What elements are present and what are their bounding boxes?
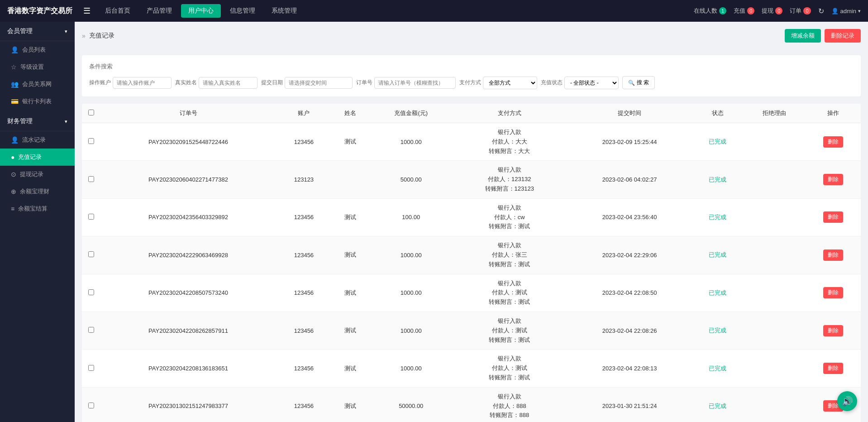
payment-type: 银行入款 (456, 128, 563, 137)
row-action: 删除 (806, 161, 861, 198)
online-count-item: 在线人数 1 (694, 7, 726, 15)
sidebar-item-level-setting[interactable]: ☆ 等级设置 (0, 58, 75, 76)
row-checkbox[interactable] (88, 138, 94, 144)
row-checkbox[interactable] (88, 289, 94, 295)
order-no-label: 订单号 (356, 79, 372, 86)
recharge-table: 订单号 账户 姓名 充值金额(元) 支付方式 提交时间 状态 拒绝理由 操作 P… (82, 104, 861, 422)
remark-info: 转账附言：测试 (456, 222, 563, 231)
row-status: 已完成 (692, 236, 743, 274)
row-checkbox[interactable] (88, 214, 94, 220)
row-delete-button[interactable]: 删除 (823, 325, 843, 336)
row-delete-button[interactable]: 删除 (823, 249, 843, 261)
sidebar-item-balance-finance[interactable]: ⊕ 余额宝理财 (0, 183, 75, 200)
row-submit-time: 2023-02-04 22:08:13 (567, 350, 692, 387)
row-checkbox[interactable] (88, 403, 94, 408)
row-account: 123456 (277, 387, 331, 422)
refresh-button[interactable]: ↻ (818, 7, 824, 15)
remark-info: 转账附言：测试 (456, 260, 563, 269)
row-status: 已完成 (692, 161, 743, 198)
admin-menu[interactable]: 👤 admin ▾ (831, 8, 861, 14)
row-status: 已完成 (692, 312, 743, 349)
content-area: » 充值记录 增减余额 删除记录 条件搜索 操作账户 真实姓名 (75, 22, 868, 422)
sidebar-item-withdraw-record[interactable]: ⊙ 提现记录 (0, 166, 75, 183)
row-name: 测试 (331, 198, 370, 236)
realname-field: 真实姓名 (175, 77, 258, 89)
row-payment: 银行入款 付款人：测试 转账附言：测试 (452, 274, 567, 312)
select-all-checkbox[interactable] (88, 110, 94, 115)
row-account: 123456 (277, 123, 331, 161)
delete-record-button[interactable]: 删除记录 (825, 29, 861, 43)
payment-select[interactable]: 全部方式 (483, 77, 537, 89)
remark-info: 转账附言：888 (456, 411, 563, 420)
th-order-no: 订单号 (100, 104, 277, 123)
row-checkbox[interactable] (88, 365, 94, 371)
order-count-item[interactable]: 订单 0 (790, 7, 811, 15)
realname-input[interactable] (199, 77, 258, 89)
nav-item-dashboard[interactable]: 后台首页 (98, 4, 138, 18)
row-name (331, 161, 370, 198)
sidebar-item-balance-settle[interactable]: ≡ 余额宝结算 (0, 200, 75, 217)
search-button[interactable]: 🔍 搜 索 (622, 76, 655, 89)
order-no-input[interactable] (374, 77, 456, 89)
row-delete-button[interactable]: 删除 (823, 211, 843, 223)
breadcrumb-current: 充值记录 (89, 32, 114, 40)
nav-item-products[interactable]: 产品管理 (139, 4, 179, 18)
payment-label: 支付方式 (459, 79, 481, 86)
sidebar-item-recharge-record[interactable]: ● 充值记录 (0, 149, 75, 166)
row-name: 测试 (331, 387, 370, 422)
row-amount: 1000.00 (370, 350, 452, 387)
date-field: 提交日期 (261, 77, 353, 89)
row-action: 删除 (806, 198, 861, 236)
table-row: PAY202302042208136183651 123456 测试 1000.… (82, 350, 861, 387)
nav-item-system[interactable]: 系统管理 (264, 4, 304, 18)
row-checkbox-cell (82, 236, 100, 274)
row-name: 测试 (331, 350, 370, 387)
float-action-button[interactable]: 🔊 (837, 391, 857, 411)
payer-info: 付款人：123132 (456, 175, 563, 184)
row-status: 已完成 (692, 198, 743, 236)
row-checkbox[interactable] (88, 176, 94, 182)
row-checkbox[interactable] (88, 327, 94, 333)
th-reject-reason: 拒绝理由 (743, 104, 806, 123)
recharge-label: 充值 (734, 7, 745, 15)
search-panel: 条件搜索 操作账户 真实姓名 提交日期 订单号 (82, 55, 861, 96)
finance-group-header[interactable]: 财务管理 ▾ (0, 112, 75, 131)
top-nav-menu: 后台首页 产品管理 用户中心 信息管理 系统管理 (98, 4, 694, 18)
payment-type: 银行入款 (456, 165, 563, 175)
status-select[interactable]: - 全部状态 - (564, 77, 619, 89)
star-icon: ☆ (11, 63, 17, 71)
recharge-count-item[interactable]: 充值 0 (734, 7, 754, 15)
menu-icon[interactable]: ☰ (83, 6, 91, 16)
date-input[interactable] (285, 77, 353, 89)
nav-item-users[interactable]: 用户中心 (181, 4, 221, 18)
row-payment: 银行入款 付款人：cw 转账附言：测试 (452, 198, 567, 236)
row-account: 123456 (277, 312, 331, 349)
row-delete-button[interactable]: 删除 (823, 287, 843, 298)
row-amount: 5000.00 (370, 161, 452, 198)
chevron-down-icon: ▾ (858, 8, 861, 14)
row-amount: 1000.00 (370, 236, 452, 274)
payment-type: 银行入款 (456, 316, 563, 326)
sidebar-item-bank-list[interactable]: 💳 银行卡列表 (0, 93, 75, 110)
order-no-field: 订单号 (356, 77, 456, 89)
row-checkbox[interactable] (88, 251, 94, 257)
admin-label: admin (840, 8, 856, 14)
operator-input[interactable] (113, 77, 172, 89)
row-delete-button[interactable]: 删除 (823, 136, 843, 148)
breadcrumb-arrow: » (82, 32, 86, 39)
payer-info: 付款人：张三 (456, 250, 563, 260)
withdraw-count-item[interactable]: 提现 0 (762, 7, 782, 15)
row-delete-button[interactable]: 删除 (823, 174, 843, 185)
sidebar-item-member-network[interactable]: 👥 会员关系网 (0, 76, 75, 93)
row-delete-button[interactable]: 删除 (823, 363, 843, 374)
nav-item-info[interactable]: 信息管理 (223, 4, 262, 18)
sidebar-item-flow-record[interactable]: 👤 流水记录 (0, 131, 75, 149)
row-action: 删除 (806, 236, 861, 274)
sidebar-item-member-list[interactable]: 👤 会员列表 (0, 41, 75, 58)
payment-type: 银行入款 (456, 241, 563, 250)
increase-balance-button[interactable]: 增减余额 (785, 29, 821, 43)
row-checkbox-cell (82, 198, 100, 236)
table-body: PAY202302091525448722446 123456 测试 1000.… (82, 123, 861, 422)
member-group-header[interactable]: 会员管理 ▾ (0, 22, 75, 41)
payer-info: 付款人：大大 (456, 137, 563, 147)
